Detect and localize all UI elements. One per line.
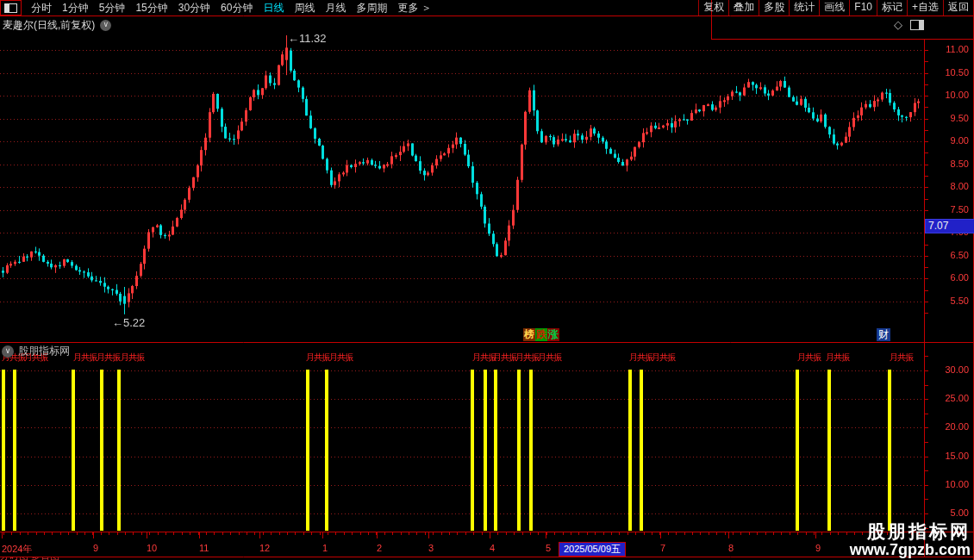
price-axis-label: 7.50 — [929, 204, 969, 215]
period-tab-5[interactable]: 60分钟 — [215, 1, 258, 16]
watermark: 股朋指标网 www.7gpzb.com — [850, 521, 971, 559]
toolbar-button-2[interactable]: 多股 — [759, 0, 789, 16]
split-pane-icon[interactable] — [910, 20, 924, 30]
date-label: 1 — [322, 543, 328, 553]
period-tab-8[interactable]: 月线 — [320, 1, 351, 16]
indicator-axis-label: 20.00 — [929, 421, 969, 432]
toolbar-button-1[interactable]: 叠加 — [728, 0, 759, 16]
date-label: 5 — [546, 543, 551, 553]
signal-label: 月共振 — [515, 352, 539, 364]
price-axis-label: 9.00 — [929, 135, 969, 146]
date-label: 9 — [815, 543, 821, 553]
signal-label: 月共振 — [306, 352, 329, 364]
signal-label: 月共振 — [493, 352, 516, 364]
period-tab-6[interactable]: 日线 — [258, 1, 289, 16]
date-label: 4 — [490, 543, 495, 553]
date-label: 10 — [147, 543, 157, 553]
period-tab-3[interactable]: 15分钟 — [130, 1, 172, 16]
marker-tag-1[interactable]: 跌 — [535, 328, 547, 341]
date-label: 8 — [728, 543, 734, 553]
signal-label: 月共振 — [538, 352, 561, 364]
period-tab-7[interactable]: 周线 — [289, 1, 320, 16]
date-label: 12 — [259, 543, 270, 553]
marker-tag-2[interactable]: 涨 — [547, 328, 559, 341]
tag-group: 榜跌涨 — [523, 328, 559, 341]
price-axis-label: 11.00 — [929, 44, 969, 54]
period-tab-2[interactable]: 5分钟 — [94, 1, 131, 16]
high-annotation: ←11.32 — [288, 32, 327, 45]
price-axis-label: 5.50 — [929, 296, 969, 306]
toolbar: 分时1分钟5分钟15分钟30分钟60分钟日线周线月线多周期更多 ＞ 复权叠加多股… — [0, 0, 974, 16]
toolbar-button-0[interactable]: 复权 — [698, 0, 728, 16]
toolbar-button-3[interactable]: 统计 — [789, 0, 819, 16]
toolbar-buttons: 复权叠加多股统计画线F10标记+自选返回 — [698, 0, 973, 16]
price-axis-label: 10.50 — [929, 67, 969, 78]
chevron-down-icon[interactable]: ∨ — [100, 20, 111, 31]
last-price-box: 7.07 — [925, 219, 974, 233]
toolbar-button-7[interactable]: +自选 — [907, 0, 943, 16]
marker-tag-0[interactable]: 榜 — [523, 328, 535, 341]
signal-label: 月共振 — [652, 352, 675, 364]
window-split-button[interactable] — [0, 0, 22, 16]
period-tab-4[interactable]: 30分钟 — [173, 1, 215, 16]
price-axis-label: 9.50 — [929, 113, 969, 123]
watermark-url: www.7gpzb.com — [850, 541, 971, 559]
date-label: 11 — [199, 543, 209, 553]
signal-label: 月共振 — [826, 352, 849, 364]
signal-label: 月共振 — [329, 352, 353, 364]
indicator-axis-label: 30.00 — [929, 364, 969, 375]
collapse-icon[interactable]: ∨ — [2, 345, 14, 358]
date-label: 2024年 — [2, 543, 32, 556]
period-tab-9[interactable]: 多周期 — [351, 1, 392, 16]
window-icons: ◇ — [894, 19, 924, 30]
toolbar-button-6[interactable]: 标记 — [877, 0, 907, 16]
price-axis-label: 8.00 — [929, 181, 969, 191]
signal-label: 月共振 — [472, 352, 496, 364]
title-bar: 麦趣尔(日线,前复权) ∨ — [3, 18, 111, 33]
toolbar-button-5[interactable]: F10 — [849, 0, 877, 16]
signal-label: 月共振 — [629, 352, 652, 364]
chart-canvas[interactable] — [0, 0, 974, 560]
period-tab-10[interactable]: 更多 ＞ — [392, 1, 436, 16]
indicator-axis-label: 5.00 — [929, 507, 969, 518]
period-tab-1[interactable]: 1分钟 — [57, 1, 94, 16]
date-label: 7 — [660, 543, 665, 553]
window-split-icon — [4, 3, 17, 13]
tdx-window: 分时1分钟5分钟15分钟30分钟60分钟日线周线月线多周期更多 ＞ 复权叠加多股… — [0, 0, 974, 560]
price-axis-label: 8.50 — [929, 159, 969, 169]
price-axis-label: 10.00 — [929, 90, 969, 100]
finance-tag[interactable]: 财 — [877, 328, 890, 341]
date-label: 3 — [428, 543, 434, 553]
toolbar-button-4[interactable]: 画线 — [819, 0, 849, 16]
signal-label: 月共振 — [73, 352, 97, 364]
period-tab-0[interactable]: 分时 — [26, 1, 57, 16]
stock-title: 麦趣尔(日线,前复权) — [3, 18, 95, 33]
signal-label: 月共振 — [97, 352, 120, 364]
indicator-header: ∨ 股朋指标网 — [2, 344, 70, 358]
price-axis-label: 6.50 — [929, 250, 969, 260]
signal-label: 月共振 — [797, 352, 821, 364]
date-label: 9 — [93, 543, 98, 553]
indicator-title: 股朋指标网 — [18, 344, 70, 358]
toolbar-button-8[interactable]: 返回 — [943, 0, 973, 16]
signal-label: 月共振 — [890, 352, 913, 364]
date-label: 2 — [377, 543, 382, 553]
selected-date-box: 2025/05/09五 — [559, 542, 626, 557]
low-annotation: ←5.22 — [112, 316, 145, 329]
indicator-axis-label: 10.00 — [929, 479, 969, 489]
indicator-axis-label: 15.00 — [929, 451, 969, 461]
diamond-icon[interactable]: ◇ — [894, 19, 902, 30]
period-tabs: 分时1分钟5分钟15分钟30分钟60分钟日线周线月线多周期更多 ＞ — [26, 1, 437, 16]
signal-label: 月共振 — [121, 352, 144, 364]
watermark-site-name: 股朋指标网 — [850, 521, 971, 541]
indicator-axis-label: 25.00 — [929, 393, 969, 403]
price-axis-label: 6.00 — [929, 272, 969, 283]
